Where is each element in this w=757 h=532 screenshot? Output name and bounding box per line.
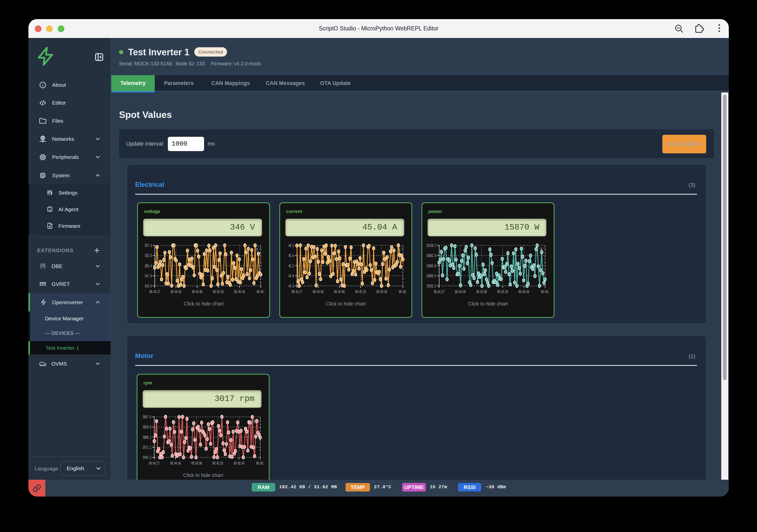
svg-text:343.5: 343.5: [145, 284, 152, 289]
svg-text:09:44:46: 09:44:46: [171, 289, 181, 294]
svg-text:09:46:: 09:46:: [256, 461, 264, 466]
svg-text:44.3: 44.3: [288, 284, 294, 289]
svg-text:45.2: 45.2: [288, 264, 294, 268]
svg-text:09:46:: 09:46:: [541, 289, 549, 294]
svg-text:2971.1: 2971.1: [143, 445, 151, 450]
svg-text:2942.2: 2942.2: [143, 455, 151, 460]
svg-text:09:45:06: 09:45:06: [192, 289, 202, 294]
svg-text:15533.3: 15533.3: [426, 284, 436, 289]
svg-text:15689.5: 15689.5: [426, 273, 436, 279]
svg-text:350.4: 350.4: [145, 264, 152, 268]
svg-text:16002.0: 16002.0: [426, 253, 436, 258]
svg-text:3000.1: 3000.1: [143, 435, 151, 440]
svg-text:09:45:26: 09:45:26: [498, 289, 508, 294]
svg-text:09:45:26: 09:45:26: [355, 289, 366, 294]
svg-text:09:44:46: 09:44:46: [313, 289, 323, 294]
svg-text:09:45:46: 09:45:46: [234, 461, 244, 466]
svg-text:45.6: 45.6: [288, 253, 294, 258]
svg-text:09:44:27: 09:44:27: [434, 289, 444, 294]
svg-text:09:44:46: 09:44:46: [170, 461, 181, 466]
svg-text:09:44:27: 09:44:27: [292, 289, 302, 294]
svg-text:09:45:06: 09:45:06: [191, 461, 202, 466]
svg-text:09:46:: 09:46:: [399, 289, 407, 294]
svg-text:46.1: 46.1: [288, 243, 294, 248]
svg-text:09:45:46: 09:45:46: [519, 289, 529, 294]
svg-text:16158.2: 16158.2: [426, 243, 436, 248]
svg-text:09:45:26: 09:45:26: [213, 461, 223, 466]
svg-text:09:45:46: 09:45:46: [377, 289, 387, 294]
svg-text:347.0: 347.0: [145, 273, 152, 279]
svg-text:357.3: 357.3: [145, 243, 152, 248]
svg-text:V: V: [256, 247, 258, 252]
svg-text:09:45:06: 09:45:06: [476, 289, 487, 294]
svg-text:44.8: 44.8: [288, 273, 294, 279]
svg-text:09:46:: 09:46:: [257, 289, 265, 294]
svg-text:353.9: 353.9: [145, 253, 152, 258]
svg-text:09:45:26: 09:45:26: [213, 289, 224, 294]
svg-text:09:44:27: 09:44:27: [149, 289, 160, 294]
svg-text:09:44:46: 09:44:46: [455, 289, 466, 294]
svg-text:09:45:46: 09:45:46: [234, 289, 245, 294]
svg-text:09:45:06: 09:45:06: [334, 289, 345, 294]
svg-text:15845.8: 15845.8: [426, 264, 436, 268]
svg-text:3057.9: 3057.9: [143, 415, 151, 420]
svg-text:3029.0: 3029.0: [143, 425, 151, 430]
svg-text:09:44:27: 09:44:27: [149, 461, 160, 466]
